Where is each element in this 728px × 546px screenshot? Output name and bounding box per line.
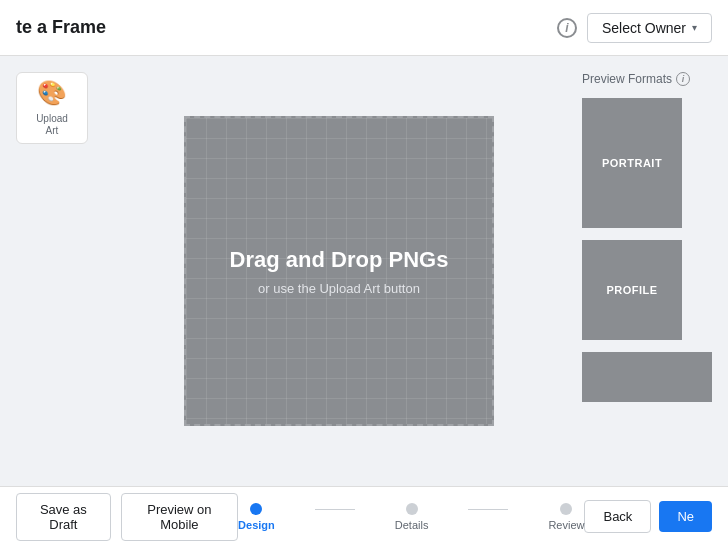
chevron-down-icon: ▾ [692, 22, 697, 33]
footer-left: Save as Draft Preview on Mobile [16, 493, 238, 541]
steps-nav: Design Details Review [238, 503, 584, 531]
upload-art-button[interactable]: 🎨 Upload Art [16, 72, 88, 144]
step-design: Design [238, 503, 275, 531]
preview-mobile-button[interactable]: Preview on Mobile [121, 493, 238, 541]
header: te a Frame i Select Owner ▾ [0, 0, 728, 56]
format-profile: PROFILE [582, 240, 682, 340]
center-panel: Drag and Drop PNGs or use the Upload Art… [112, 72, 566, 470]
step-connector-2 [468, 509, 508, 510]
preview-formats-info-icon[interactable]: i [676, 72, 690, 86]
back-button[interactable]: Back [584, 500, 651, 533]
step-details-label: Details [395, 519, 429, 531]
upload-art-label: Upload Art [29, 113, 75, 137]
drop-zone-main-text: Drag and Drop PNGs [230, 247, 449, 273]
footer: Save as Draft Preview on Mobile Design D… [0, 486, 728, 546]
drop-zone-text: Drag and Drop PNGs or use the Upload Art… [230, 247, 449, 296]
format-partial [582, 352, 712, 402]
preview-formats-label: Preview Formats i [582, 72, 712, 86]
step-details: Details [395, 503, 429, 531]
save-draft-button[interactable]: Save as Draft [16, 493, 111, 541]
drop-zone-sub-text: or use the Upload Art button [230, 281, 449, 296]
page-title: te a Frame [16, 17, 106, 38]
right-panel: Preview Formats i PORTRAIT PROFILE [582, 72, 712, 470]
step-review: Review [548, 503, 584, 531]
left-panel: 🎨 Upload Art [16, 72, 96, 470]
select-owner-button[interactable]: Select Owner ▾ [587, 13, 712, 43]
step-design-dot [250, 503, 262, 515]
step-connector-1 [315, 509, 355, 510]
step-details-dot [406, 503, 418, 515]
footer-right: Back Ne [584, 500, 712, 533]
step-review-dot [560, 503, 572, 515]
format-portrait: PORTRAIT [582, 98, 682, 228]
next-button[interactable]: Ne [659, 501, 712, 532]
step-design-label: Design [238, 519, 275, 531]
main-content: 🎨 Upload Art Drag and Drop PNGs or use t… [0, 56, 728, 486]
palette-icon: 🎨 [37, 79, 67, 107]
info-icon[interactable]: i [557, 18, 577, 38]
step-review-label: Review [548, 519, 584, 531]
header-right: i Select Owner ▾ [557, 13, 712, 43]
drop-zone[interactable]: Drag and Drop PNGs or use the Upload Art… [184, 116, 494, 426]
